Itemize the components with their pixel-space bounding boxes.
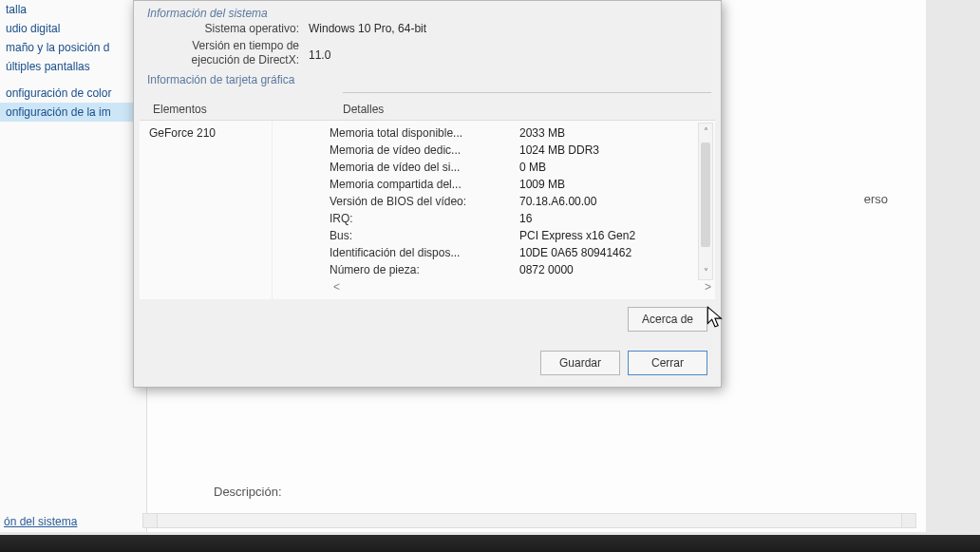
scroll-left-icon[interactable]: < (333, 280, 340, 294)
system-info-link[interactable]: ón del sistema (4, 515, 77, 528)
main-horizontal-scrollbar[interactable] (142, 513, 916, 528)
sidebar-item-pantalla[interactable]: talla (0, 0, 146, 19)
detail-key: Versión de BIOS del vídeo: (330, 195, 519, 208)
details-vertical-scrollbar[interactable]: ˄ ˅ (698, 123, 713, 280)
about-button[interactable]: Acerca de (628, 307, 707, 332)
os-value: Windows 10 Pro, 64-bit (309, 22, 426, 35)
scrollbar-thumb[interactable] (701, 143, 710, 247)
save-button[interactable]: Guardar (540, 351, 620, 375)
description-label: Descripción: (214, 485, 282, 499)
detail-value: 0872 0000 (519, 263, 574, 276)
detail-key: Memoria compartida del... (330, 178, 519, 191)
system-info-dialog: Información del sistema Sistema operativ… (133, 0, 722, 388)
detail-value: 2033 MB (519, 126, 565, 140)
detail-key: Identificación del dispos... (330, 246, 519, 259)
sidebar-item-tamano[interactable]: maño y la posición d (0, 38, 146, 57)
graphics-card-section-title: Información de tarjeta gráfica (134, 69, 721, 88)
gpu-element-item[interactable]: GeForce 210 (149, 126, 272, 140)
sidebar-item-audio[interactable]: udio digital (0, 19, 146, 38)
bg-label: erso (864, 192, 888, 206)
detail-key: Memoria de vídeo dedic... (330, 143, 519, 157)
detail-value: 70.18.A6.00.00 (519, 195, 596, 208)
sidebar-item-config-color[interactable]: onfiguración de color (0, 84, 146, 103)
close-button[interactable]: Cerrar (628, 351, 707, 375)
scroll-up-icon[interactable]: ˄ (699, 124, 712, 139)
directx-label: Versión en tiempo de ejecución de Direct… (147, 39, 309, 67)
scroll-right-icon[interactable]: > (705, 280, 711, 294)
sidebar-item-multiples[interactable]: últiples pantallas (0, 57, 146, 76)
os-label: Sistema operativo: (147, 22, 309, 35)
detail-value: 1009 MB (519, 178, 565, 191)
detail-key: Número de pieza: (330, 263, 519, 276)
detail-key: Bus: (330, 229, 519, 242)
scroll-down-icon[interactable]: ˅ (699, 264, 712, 279)
col-header-elements: Elementos (153, 103, 286, 116)
sidebar-item-config-imagen[interactable]: onfiguración de la im (0, 103, 146, 122)
detail-value: 16 (519, 212, 532, 225)
detail-value: PCI Express x16 Gen2 (519, 229, 635, 242)
detail-value: 0 MB (519, 161, 546, 174)
detail-key: IRQ: (330, 212, 519, 225)
divider (343, 92, 711, 93)
sidebar: talla udio digital maño y la posición d … (0, 0, 147, 532)
directx-value: 11.0 (309, 39, 330, 62)
col-header-details: Detalles (286, 103, 702, 116)
detail-key: Memoria total disponible... (330, 126, 519, 140)
details-column: Memoria total disponible...2033 MB Memor… (273, 121, 715, 299)
detail-value: 1024 MB DDR3 (519, 143, 599, 157)
detail-key: Memoria de vídeo del si... (330, 161, 519, 174)
taskbar[interactable] (0, 535, 980, 552)
system-info-section-title: Información del sistema (134, 1, 721, 20)
detail-value: 10DE 0A65 80941462 (519, 246, 631, 259)
